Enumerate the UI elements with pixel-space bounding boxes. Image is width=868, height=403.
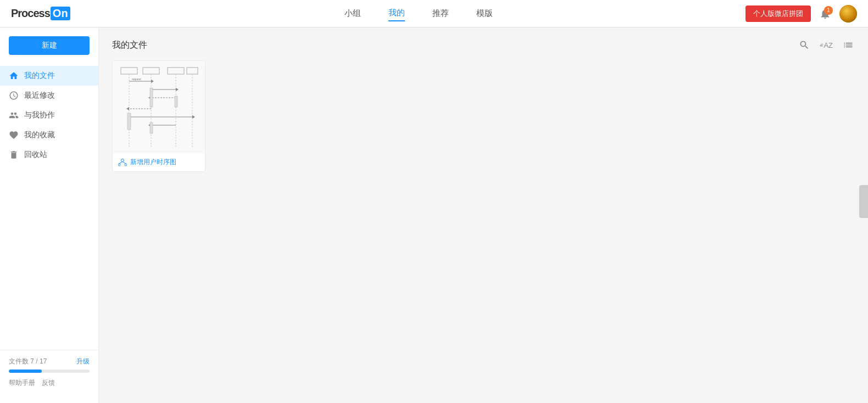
avatar[interactable] — [839, 5, 857, 23]
users-icon — [9, 110, 19, 120]
file-thumbnail: request — [113, 61, 205, 153]
file-count-label: 文件数 7 / 17 — [9, 357, 47, 366]
trash-icon — [9, 150, 19, 160]
upgrade-link[interactable]: 升级 — [76, 357, 90, 366]
svg-point-26 — [121, 159, 124, 161]
file-name-row: 新增用户时序图 — [113, 153, 205, 171]
svg-rect-17 — [175, 96, 177, 107]
help-link[interactable]: 帮助手册 — [9, 378, 35, 388]
feedback-link[interactable]: 反馈 — [42, 378, 55, 388]
notification-badge: 1 — [824, 6, 833, 15]
notification-button[interactable]: 1 — [817, 6, 833, 21]
file-name: 新增用户时序图 — [130, 158, 176, 167]
nav-item-groups[interactable]: 小组 — [344, 6, 361, 21]
clock-icon — [9, 91, 19, 100]
app-header: ProcessOn 小组 我的 推荐 模版 个人版微店拼团 1 — [0, 0, 868, 27]
content-title: 我的文件 — [112, 40, 147, 51]
main-layout: 新建 我的文件 最近修改 与我协作 — [0, 27, 868, 403]
sidebar-item-trash[interactable]: 回收站 — [0, 145, 98, 165]
search-button[interactable] — [798, 38, 811, 52]
svg-rect-4 — [187, 68, 198, 74]
avatar-image — [839, 5, 857, 23]
sidebar-label-collaborate: 与我协作 — [24, 110, 55, 120]
svg-marker-13 — [176, 88, 179, 91]
svg-point-28 — [125, 164, 127, 166]
svg-line-29 — [119, 161, 123, 164]
svg-point-27 — [118, 164, 120, 166]
main-nav: 小组 我的 推荐 模版 — [92, 5, 745, 21]
svg-rect-16 — [150, 88, 153, 107]
search-icon — [799, 40, 810, 51]
svg-line-30 — [123, 161, 126, 164]
list-view-icon — [843, 40, 854, 51]
content-header: 我的文件 AZ AZ — [112, 38, 855, 52]
nav-item-mine[interactable]: 我的 — [388, 5, 405, 21]
svg-rect-3 — [168, 68, 184, 74]
sidebar-item-myfiles[interactable]: 我的文件 — [0, 66, 98, 86]
sidebar: 新建 我的文件 最近修改 与我协作 — [0, 27, 99, 403]
file-card[interactable]: request — [112, 60, 205, 172]
svg-text:AZ: AZ — [820, 44, 822, 47]
file-count-row: 文件数 7 / 17 升级 — [9, 357, 90, 366]
home-icon — [9, 71, 19, 81]
sort-icon: AZ — [820, 40, 824, 51]
svg-text:request: request — [132, 77, 141, 81]
sidebar-label-recent: 最近修改 — [24, 91, 55, 100]
nav-item-templates[interactable]: 模版 — [476, 6, 493, 21]
heart-icon — [9, 130, 19, 140]
sidebar-item-recent[interactable]: 最近修改 — [0, 86, 98, 105]
sidebar-item-collaborate[interactable]: 与我协作 — [0, 105, 98, 125]
svg-rect-2 — [143, 68, 159, 74]
main-content: 我的文件 AZ AZ — [99, 27, 868, 403]
svg-rect-24 — [127, 113, 131, 130]
sort-button[interactable]: AZ AZ — [820, 38, 833, 52]
sidebar-item-favorites[interactable]: 我的收藏 — [0, 125, 98, 145]
right-edge-tab[interactable] — [859, 185, 868, 218]
sidebar-label-trash: 回收站 — [24, 150, 47, 160]
logo-text-on: On — [51, 7, 70, 20]
vip-button[interactable]: 个人版微店拼团 — [745, 5, 811, 22]
file-grid: request — [112, 60, 855, 172]
logo[interactable]: ProcessOn — [11, 7, 70, 20]
sidebar-label-favorites: 我的收藏 — [24, 130, 55, 140]
progress-bar-fill — [9, 370, 42, 373]
svg-marker-10 — [151, 80, 154, 83]
sidebar-footer: 文件数 7 / 17 升级 帮助手册 反馈 — [0, 350, 98, 394]
sidebar-menu: 我的文件 最近修改 与我协作 我的收藏 — [0, 66, 98, 350]
sidebar-links: 帮助手册 反馈 — [9, 378, 90, 388]
svg-rect-1 — [121, 68, 137, 74]
diagram-preview-svg: request — [118, 65, 201, 150]
list-view-button[interactable] — [842, 38, 855, 52]
progress-bar — [9, 370, 90, 373]
svg-marker-19 — [126, 107, 129, 110]
content-toolbar: AZ AZ — [798, 38, 855, 52]
sidebar-label-myfiles: 我的文件 — [24, 71, 55, 81]
header-right: 个人版微店拼团 1 — [745, 5, 857, 23]
svg-rect-25 — [150, 122, 153, 133]
nav-item-recommend[interactable]: 推荐 — [432, 6, 449, 21]
svg-marker-21 — [192, 115, 195, 119]
file-type-icon — [118, 158, 127, 167]
new-button[interactable]: 新建 — [9, 36, 90, 55]
logo-text-process: Process — [11, 7, 50, 20]
